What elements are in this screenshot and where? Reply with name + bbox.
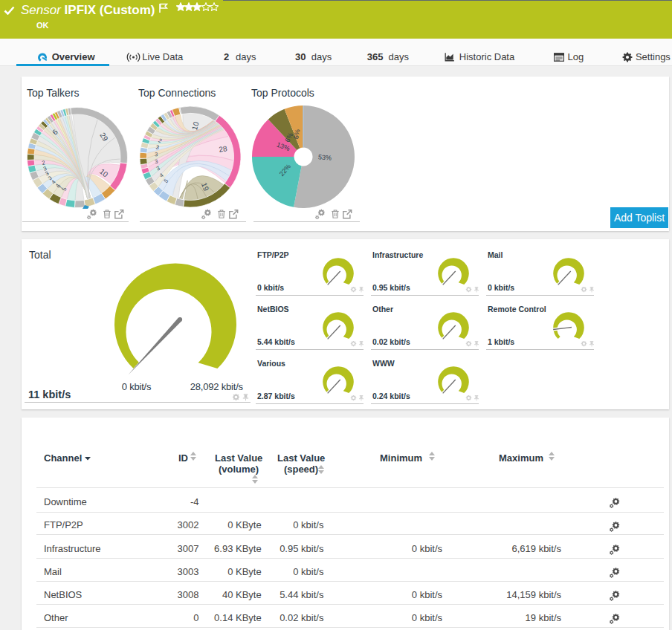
svg-text:28: 28 bbox=[219, 144, 228, 154]
svg-text:3: 3 bbox=[155, 151, 158, 158]
svg-text:53%: 53% bbox=[318, 153, 332, 162]
